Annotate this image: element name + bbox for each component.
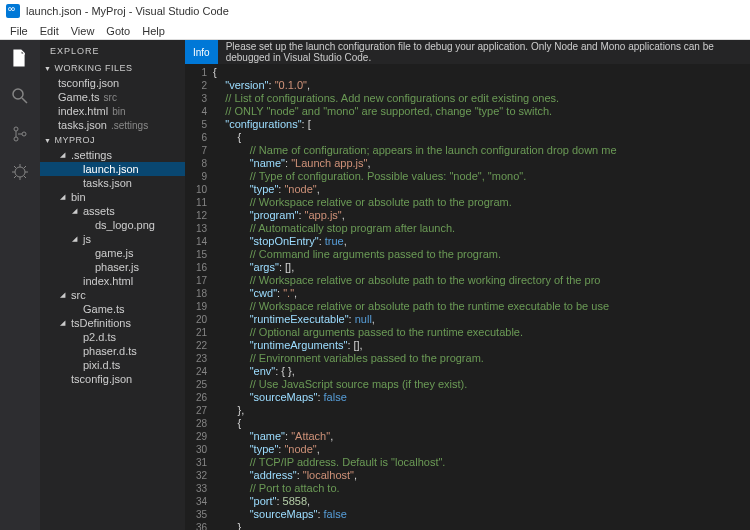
info-bar: Info Please set up the launch configurat… [185,40,750,64]
svg-point-2 [14,127,18,131]
svg-point-4 [22,132,26,136]
files-icon[interactable] [8,46,32,70]
chevron-icon: ◢ [60,319,68,327]
file-item[interactable]: p2.d.ts [40,330,185,344]
info-badge: Info [185,40,218,64]
git-icon[interactable] [8,122,32,146]
file-item[interactable]: ds_logo.png [40,218,185,232]
window-title: launch.json - MyProj - Visual Studio Cod… [26,5,229,17]
app-icon [6,4,20,18]
folder-item[interactable]: ◢tsDefinitions [40,316,185,330]
working-file[interactable]: index.htmlbin [40,104,185,118]
working-file[interactable]: tasks.json.settings [40,118,185,132]
chevron-icon: ◢ [72,235,80,243]
file-item[interactable]: phaser.js [40,260,185,274]
sidebar-header: EXPLORE [40,40,185,60]
chevron-icon: ◢ [60,151,68,159]
file-item[interactable]: Game.ts [40,302,185,316]
svg-point-5 [15,167,25,177]
window-titlebar: launch.json - MyProj - Visual Studio Cod… [0,0,750,22]
working-files-section[interactable]: ▼WORKING FILES [40,60,185,76]
chevron-icon: ◢ [60,291,68,299]
project-section[interactable]: ▼MYPROJ [40,132,185,148]
file-item[interactable]: game.js [40,246,185,260]
file-item[interactable]: index.html [40,274,185,288]
folder-item[interactable]: ◢assets [40,204,185,218]
search-icon[interactable] [8,84,32,108]
editor-area: Info Please set up the launch configurat… [185,40,750,530]
code-editor[interactable]: 1234567891011121314151617181920212223242… [185,64,750,530]
file-item[interactable]: tasks.json [40,176,185,190]
menu-file[interactable]: File [4,25,34,37]
working-file[interactable]: Game.tssrc [40,90,185,104]
menu-view[interactable]: View [65,25,101,37]
working-file[interactable]: tsconfig.json [40,76,185,90]
chevron-down-icon: ▼ [44,65,51,72]
file-item[interactable]: launch.json [40,162,185,176]
code-lines[interactable]: { "version": "0.1.0", // List of configu… [213,64,750,530]
activity-bar [0,40,40,530]
svg-point-3 [14,137,18,141]
file-item[interactable]: phaser.d.ts [40,344,185,358]
folder-item[interactable]: ◢.settings [40,148,185,162]
file-item[interactable]: pixi.d.ts [40,358,185,372]
chevron-down-icon: ▼ [44,137,51,144]
info-message: Please set up the launch configuration f… [218,41,750,63]
menubar: FileEditViewGotoHelp [0,22,750,40]
line-numbers: 1234567891011121314151617181920212223242… [185,64,213,530]
debug-icon[interactable] [8,160,32,184]
menu-help[interactable]: Help [136,25,171,37]
menu-goto[interactable]: Goto [100,25,136,37]
svg-line-1 [22,98,27,103]
menu-edit[interactable]: Edit [34,25,65,37]
sidebar: EXPLORE ▼WORKING FILES tsconfig.jsonGame… [40,40,185,530]
folder-item[interactable]: ◢bin [40,190,185,204]
folder-item[interactable]: ◢js [40,232,185,246]
svg-point-0 [13,89,23,99]
folder-item[interactable]: ◢src [40,288,185,302]
file-item[interactable]: tsconfig.json [40,372,185,386]
chevron-icon: ◢ [72,207,80,215]
chevron-icon: ◢ [60,193,68,201]
